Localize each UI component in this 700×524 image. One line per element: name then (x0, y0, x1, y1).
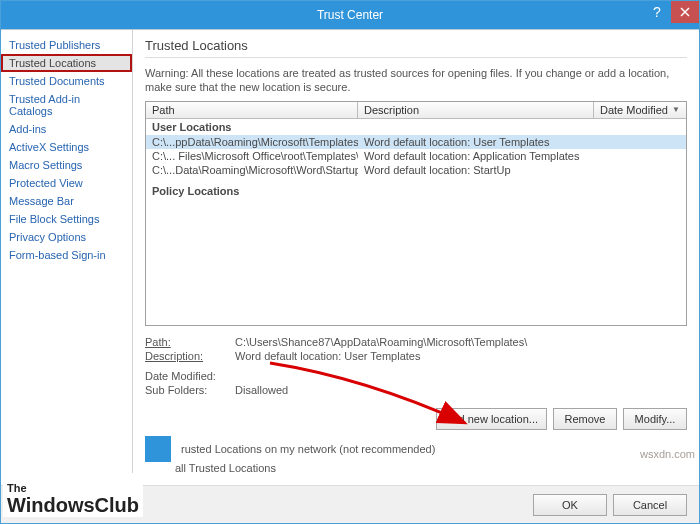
sidebar-item-macro-settings[interactable]: Macro Settings (1, 156, 132, 174)
col-date-label: Date Modified (600, 104, 668, 116)
cancel-button[interactable]: Cancel (613, 494, 687, 516)
sidebar-item-activex-settings[interactable]: ActiveX Settings (1, 138, 132, 156)
details-panel: Path: C:\Users\Shance87\AppData\Roaming\… (145, 336, 687, 398)
group-policy-locations: Policy Locations (146, 183, 686, 199)
remove-button[interactable]: Remove (553, 408, 617, 430)
cell-desc: Word default location: User Templates (358, 136, 594, 148)
cell-date (594, 164, 686, 176)
table-body: User Locations C:\...ppData\Roaming\Micr… (146, 119, 686, 325)
sidebar: Trusted Publishers Trusted Locations Tru… (1, 30, 133, 485)
col-date-modified[interactable]: Date Modified ▼ (594, 102, 686, 118)
main-panel: Trusted Locations Warning: All these loc… (133, 30, 699, 485)
detail-path-label: Path: (145, 336, 235, 348)
warning-text: Warning: All these locations are treated… (145, 66, 687, 95)
overlay-logo-line2: WindowsClub (7, 495, 139, 515)
sidebar-item-form-based-signin[interactable]: Form-based Sign-in (1, 246, 132, 264)
logo-square-icon (145, 436, 171, 462)
ok-button[interactable]: OK (533, 494, 607, 516)
network-check-label: rusted Locations on my network (not reco… (181, 443, 435, 455)
action-buttons: Add new location... Remove Modify... (145, 408, 687, 430)
overlay-logo-line1: The (7, 482, 27, 494)
detail-path-value: C:\Users\Shance87\AppData\Roaming\Micros… (235, 336, 687, 348)
sidebar-item-privacy-options[interactable]: Privacy Options (1, 228, 132, 246)
sidebar-item-trusted-documents[interactable]: Trusted Documents (1, 72, 132, 90)
cell-path: C:\... Files\Microsoft Office\root\Templ… (146, 150, 358, 162)
modify-button[interactable]: Modify... (623, 408, 687, 430)
dialog-body: Trusted Publishers Trusted Locations Tru… (1, 29, 699, 485)
sidebar-item-file-block-settings[interactable]: File Block Settings (1, 210, 132, 228)
sidebar-item-trusted-addin-catalogs[interactable]: Trusted Add-in Catalogs (1, 90, 132, 120)
detail-date-label: Date Modified: (145, 370, 235, 382)
detail-desc-label: Description: (145, 350, 235, 362)
close-button[interactable] (671, 1, 699, 23)
sidebar-item-protected-view[interactable]: Protected View (1, 174, 132, 192)
sidebar-item-trusted-publishers[interactable]: Trusted Publishers (1, 36, 132, 54)
window-title: Trust Center (1, 8, 699, 22)
cell-desc: Word default location: Application Templ… (358, 150, 594, 162)
add-new-location-button[interactable]: Add new location... (436, 408, 547, 430)
group-user-locations: User Locations (146, 119, 686, 135)
cell-path: C:\...ppData\Roaming\Microsoft\Templates… (146, 136, 358, 148)
section-heading: Trusted Locations (145, 38, 687, 58)
overlay-logo: The WindowsClub (3, 473, 143, 517)
cell-date (594, 136, 686, 148)
sidebar-item-message-bar[interactable]: Message Bar (1, 192, 132, 210)
detail-sub-value: Disallowed (235, 384, 687, 396)
cell-desc: Word default location: StartUp (358, 164, 594, 176)
col-description[interactable]: Description (358, 102, 594, 118)
window-controls: ? (643, 1, 699, 23)
help-button[interactable]: ? (643, 1, 671, 23)
detail-date-value (235, 370, 687, 382)
allow-network-locations[interactable]: rusted Locations on my network (not reco… (145, 436, 687, 462)
watermark: wsxdn.com (640, 448, 695, 460)
table-header: Path Description Date Modified ▼ (146, 102, 686, 119)
col-path[interactable]: Path (146, 102, 358, 118)
disable-all-locations[interactable]: all Trusted Locations (175, 462, 687, 474)
table-row[interactable]: C:\...ppData\Roaming\Microsoft\Templates… (146, 135, 686, 149)
cell-path: C:\...Data\Roaming\Microsoft\Word\Startu… (146, 164, 358, 176)
table-row[interactable]: C:\...Data\Roaming\Microsoft\Word\Startu… (146, 163, 686, 177)
cell-date (594, 150, 686, 162)
trust-center-window: Trust Center ? Trusted Publishers Truste… (0, 0, 700, 524)
disable-check-label: all Trusted Locations (175, 462, 276, 474)
sidebar-item-trusted-locations[interactable]: Trusted Locations (1, 54, 132, 72)
detail-desc-value: Word default location: User Templates (235, 350, 687, 362)
titlebar[interactable]: Trust Center ? (1, 1, 699, 29)
table-row[interactable]: C:\... Files\Microsoft Office\root\Templ… (146, 149, 686, 163)
sort-chevron-icon: ▼ (672, 105, 680, 114)
detail-sub-label: Sub Folders: (145, 384, 235, 396)
locations-table[interactable]: Path Description Date Modified ▼ User Lo… (145, 101, 687, 326)
sidebar-item-addins[interactable]: Add-ins (1, 120, 132, 138)
